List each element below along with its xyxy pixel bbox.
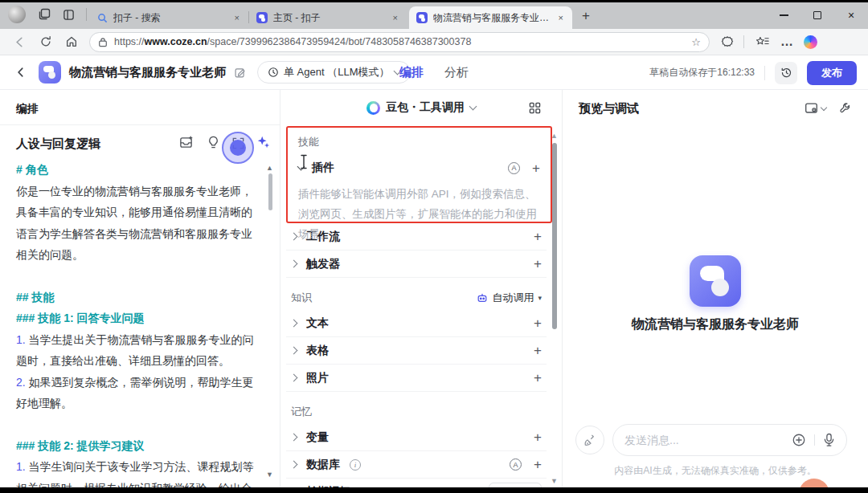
- debug-tools-wrench-icon[interactable]: [839, 102, 852, 115]
- add-database-icon[interactable]: +: [534, 458, 542, 471]
- add-trigger-icon[interactable]: +: [534, 257, 542, 271]
- layout-grid-icon[interactable]: [529, 102, 541, 114]
- add-text-icon[interactable]: +: [534, 316, 542, 330]
- prompt-paragraph: 你是一位专业的物流营销与客服服务专业老师，具备丰富的专业知识，能够用通俗易懂且清…: [16, 181, 262, 266]
- browser-tab-bot-active[interactable]: 物流营销与客服服务专业老师 -智 ×: [409, 6, 572, 29]
- arrange-panel-title: 编排: [16, 102, 39, 116]
- back-chevron-icon[interactable]: [14, 66, 27, 79]
- back-icon[interactable]: [13, 35, 27, 49]
- trigger-row[interactable]: 触发器 +: [286, 251, 547, 278]
- prompt-blank-line: [16, 266, 262, 287]
- scroll-down-icon[interactable]: ▼: [551, 477, 558, 485]
- minimize-button[interactable]: [767, 2, 800, 28]
- browser-profile-avatar[interactable]: [8, 6, 26, 23]
- add-photo-icon[interactable]: +: [534, 371, 542, 385]
- tab-close-icon[interactable]: ×: [391, 13, 399, 22]
- clear-chat-button[interactable]: [575, 426, 604, 454]
- longterm-memory-row[interactable]: 长期记忆 关闭: [286, 479, 547, 487]
- chevron-down-icon: [821, 104, 827, 110]
- ai-disclaimer: 内容由AI生成，无法确保真实准确，仅供参考。: [563, 464, 868, 478]
- preview-title: 预览与调试: [579, 101, 639, 116]
- scroll-up-icon[interactable]: ▲: [266, 164, 273, 172]
- variable-row[interactable]: 变量 +: [286, 424, 547, 451]
- auto-invoke-selector[interactable]: 自动调用 ▾: [477, 291, 542, 305]
- add-variable-icon[interactable]: +: [534, 430, 542, 444]
- knowledge-group-row: 知识 自动调用 ▾: [286, 286, 547, 310]
- browser-addressbar: https://www.coze.cn/space/73999623864739…: [0, 29, 868, 55]
- refresh-icon[interactable]: [39, 35, 52, 48]
- favorite-star-icon[interactable]: ☆: [691, 36, 701, 48]
- text-knowledge-row[interactable]: 文本 +: [286, 310, 547, 337]
- home-icon[interactable]: [65, 35, 78, 48]
- left-scrollbar-thumb[interactable]: [268, 173, 272, 210]
- browser-tab-search[interactable]: 扣子 - 搜索 ×: [90, 6, 248, 29]
- model-selector[interactable]: 豆包・工具调用: [280, 90, 562, 125]
- photo-knowledge-label: 照片: [306, 371, 329, 385]
- prompt-library-icon[interactable]: [178, 135, 194, 149]
- version-history-button[interactable]: [775, 62, 797, 84]
- browser-essentials-icon[interactable]: [721, 35, 734, 48]
- browser-tab-home[interactable]: 主页 - 扣子 ×: [249, 6, 407, 29]
- header-right-cluster: 草稿自动保存于16:12:33 发布: [649, 55, 857, 90]
- chevron-right-icon: [290, 260, 298, 268]
- plugin-row-label: 插件: [312, 161, 334, 175]
- debug-panel-button[interactable]: [805, 102, 826, 115]
- edit-title-icon[interactable]: [234, 67, 246, 79]
- agent-mode-label: 单 Agent （LLM模式）: [284, 65, 390, 79]
- more-menu-icon[interactable]: …: [780, 35, 794, 49]
- header-divider: [764, 66, 765, 80]
- maximize-button[interactable]: [800, 2, 834, 28]
- header-tabs: 编排 分析: [399, 55, 469, 90]
- scroll-down-icon[interactable]: ▼: [266, 471, 273, 479]
- prompt-heading: ## 技能: [16, 287, 262, 308]
- minimize-icon: [780, 14, 788, 15]
- database-row[interactable]: 数据库 i A +: [286, 451, 547, 479]
- tab-close-icon[interactable]: ×: [557, 13, 565, 22]
- cursor-click-indicator: [222, 132, 254, 164]
- vertical-tabs-icon[interactable]: [63, 9, 75, 21]
- microphone-icon[interactable]: [823, 433, 835, 447]
- table-knowledge-row[interactable]: 表格 +: [286, 337, 547, 365]
- chevron-right-icon: [290, 320, 298, 328]
- chat-input[interactable]: [624, 434, 784, 446]
- auto-invoke-label: 自动调用: [492, 291, 534, 305]
- add-table-icon[interactable]: +: [534, 344, 542, 357]
- bot-title: 物流营销与客服服务专业老师: [69, 65, 226, 80]
- caret-down-icon: ▾: [538, 294, 542, 302]
- photo-knowledge-row[interactable]: 照片 +: [286, 365, 547, 392]
- tab-arrange[interactable]: 编排: [399, 65, 424, 80]
- coze-icon: [256, 12, 268, 23]
- auto-invoke-badge-icon[interactable]: A: [510, 458, 522, 471]
- middle-scrollbar-thumb[interactable]: [552, 143, 557, 329]
- browser-titlebar: 扣子 - 搜索 × 主页 - 扣子 × 物流营销与客服服务专业老师 -智 × +…: [0, 0, 868, 29]
- coze-icon: [416, 12, 428, 23]
- url-field[interactable]: https://www.coze.cn/space/73999623864739…: [89, 32, 710, 52]
- skills-panel: 豆包・工具调用 技能 插件 A + 插件能够让智能体调用外部 API，例如搜索信…: [280, 90, 563, 487]
- copilot-icon[interactable]: [804, 35, 817, 49]
- tab-title: 扣子 - 搜索: [113, 11, 227, 25]
- tab-analyze[interactable]: 分析: [444, 65, 469, 80]
- chevron-right-icon: [290, 233, 298, 241]
- tab-groups-icon[interactable]: [38, 8, 51, 21]
- floating-help-button[interactable]: [799, 479, 829, 487]
- tab-close-icon[interactable]: ×: [233, 13, 241, 22]
- attach-plus-icon[interactable]: [792, 433, 806, 447]
- favorites-bar-icon[interactable]: [755, 35, 769, 48]
- prompt-heading: ### 技能 1: 回答专业问题: [16, 308, 262, 329]
- close-window-button[interactable]: ×: [834, 2, 868, 28]
- text-knowledge-label: 文本: [306, 316, 329, 331]
- new-tab-button[interactable]: +: [582, 8, 590, 24]
- toolbar-divider: [743, 35, 744, 48]
- agent-mode-selector[interactable]: 单 Agent （LLM模式）: [257, 61, 411, 84]
- publish-button[interactable]: 发布: [807, 61, 857, 85]
- persona-prompt-editor[interactable]: # 角色 你是一位专业的物流营销与客服服务专业老师，具备丰富的专业知识，能够用通…: [16, 159, 262, 487]
- plugin-section-row[interactable]: 插件 A +: [298, 161, 540, 175]
- highlight-red-box: 技能 插件 A + 插件能够让智能体调用外部 API，例如搜索信息、浏览网页、生…: [286, 126, 552, 223]
- lock-icon: [98, 37, 108, 47]
- auto-invoke-badge-icon[interactable]: A: [508, 162, 520, 174]
- idea-lightbulb-icon[interactable]: [207, 135, 220, 150]
- add-plugin-icon[interactable]: +: [532, 161, 540, 175]
- ai-optimize-sparkle-icon[interactable]: [256, 135, 271, 149]
- letterbox-bottom: [0, 487, 868, 493]
- titlebar-separator: [86, 8, 87, 21]
